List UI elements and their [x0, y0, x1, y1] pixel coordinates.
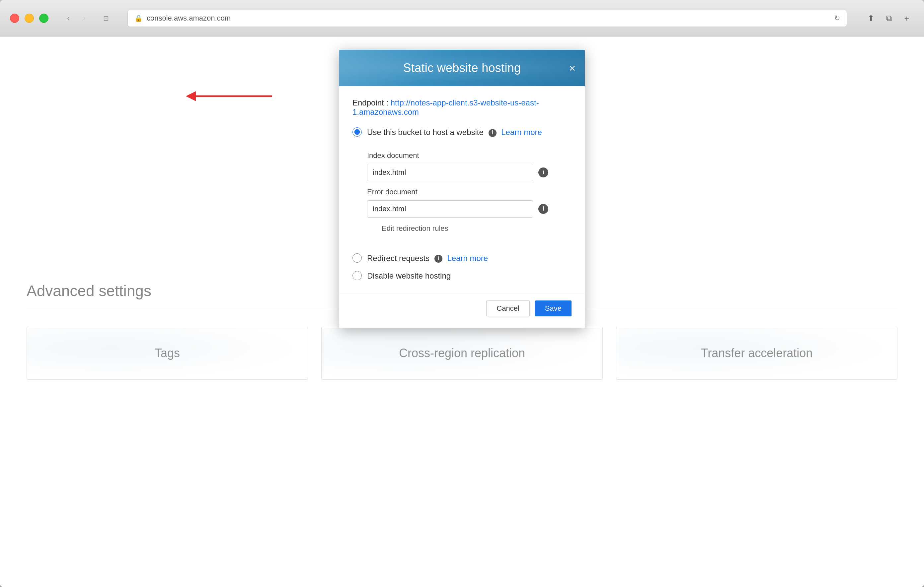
radio-redirect[interactable] — [353, 253, 362, 263]
info-icon-use-bucket[interactable]: i — [488, 129, 497, 137]
edit-redirection-link[interactable]: Edit redirection rules — [382, 224, 571, 233]
modal-overlay: Static website hosting × Endpoint : http… — [0, 36, 924, 587]
endpoint-section: Endpoint : http://notes-app-client.s3-we… — [353, 98, 571, 117]
index-document-info-icon[interactable]: i — [538, 168, 548, 178]
new-tab-button[interactable]: ⧉ — [881, 11, 896, 26]
learn-more-use-bucket[interactable]: Learn more — [501, 128, 542, 136]
radio-option-use-bucket: Use this bucket to host a website i Lear… — [353, 127, 571, 138]
index-document-field: Index document i — [367, 151, 571, 181]
svg-marker-1 — [186, 91, 196, 101]
browser-titlebar: ‹ › ⊡ 🔒 console.aws.amazon.com ↻ ⬆ ⧉ ＋ — [0, 0, 924, 36]
back-button[interactable]: ‹ — [62, 12, 75, 25]
radio-label-disable: Disable website hosting — [367, 270, 451, 281]
minimize-traffic-light[interactable] — [25, 13, 34, 23]
modal-footer: Cancel Save — [339, 294, 585, 328]
forward-button[interactable]: › — [78, 12, 91, 25]
error-document-row: i — [367, 200, 571, 217]
radio-disable[interactable] — [353, 271, 362, 280]
share-button[interactable]: ⬆ — [864, 11, 878, 26]
page-content: Static website hosting × Endpoint : http… — [0, 36, 924, 587]
index-document-row: i — [367, 164, 571, 181]
radio-label-use-bucket: Use this bucket to host a website i Lear… — [367, 127, 542, 138]
modal-title: Static website hosting — [403, 61, 521, 75]
radio-option-disable: Disable website hosting — [353, 270, 571, 281]
cancel-button[interactable]: Cancel — [486, 301, 530, 316]
learn-more-redirect[interactable]: Learn more — [447, 254, 488, 263]
radio-option-redirect: Redirect requests i Learn more — [353, 253, 571, 264]
save-button[interactable]: Save — [535, 301, 571, 316]
toolbar-actions: ⬆ ⧉ ＋ — [864, 11, 914, 26]
url-text: console.aws.amazon.com — [147, 14, 231, 23]
nav-buttons: ‹ › — [62, 12, 91, 25]
modal-body: Endpoint : http://notes-app-client.s3-we… — [339, 86, 585, 294]
refresh-button[interactable]: ↻ — [834, 14, 840, 23]
modal-dialog: Static website hosting × Endpoint : http… — [339, 50, 585, 328]
arrow-annotation — [186, 88, 272, 104]
error-document-label: Error document — [367, 188, 571, 196]
browser-window: ‹ › ⊡ 🔒 console.aws.amazon.com ↻ ⬆ ⧉ ＋ S… — [0, 0, 924, 587]
lock-icon: 🔒 — [134, 14, 143, 22]
endpoint-label: Endpoint : — [353, 98, 391, 107]
close-traffic-light[interactable] — [10, 13, 19, 23]
modal-header: Static website hosting × — [339, 50, 585, 86]
maximize-traffic-light[interactable] — [39, 13, 48, 23]
tab-view-button[interactable]: ⊡ — [97, 12, 114, 25]
radio-use-bucket[interactable] — [353, 127, 362, 136]
error-document-info-icon[interactable]: i — [538, 204, 548, 214]
index-document-input[interactable] — [367, 164, 533, 181]
index-document-label: Index document — [367, 151, 571, 160]
radio-label-redirect: Redirect requests i Learn more — [367, 253, 488, 264]
address-bar: 🔒 console.aws.amazon.com ↻ — [127, 10, 847, 27]
error-document-field: Error document i — [367, 188, 571, 217]
traffic-lights — [10, 13, 48, 23]
modal-close-button[interactable]: × — [569, 62, 576, 74]
error-document-input[interactable] — [367, 200, 533, 217]
form-fields-section: Index document i Error document — [367, 151, 571, 240]
radio-group: Use this bucket to host a website i Lear… — [353, 127, 571, 281]
info-icon-redirect[interactable]: i — [434, 255, 442, 263]
add-button[interactable]: ＋ — [899, 11, 914, 26]
